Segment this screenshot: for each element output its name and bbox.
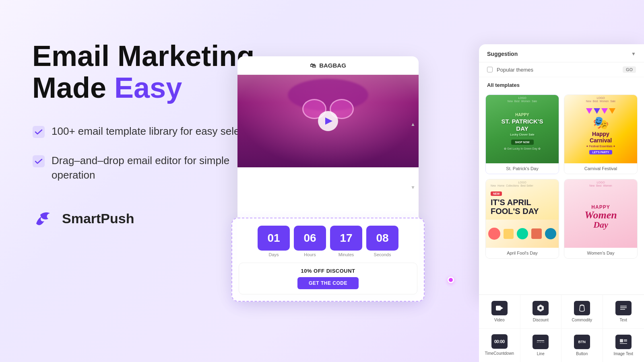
logo-area: SmartPush (32, 207, 266, 231)
timer-seconds: 08 Seconds (366, 226, 398, 257)
store-name: BAGBAG (319, 62, 346, 69)
feature-text-2: Drag–and–drop email editor for simple op… (52, 153, 266, 183)
button-label: Button (576, 352, 588, 356)
toolbar-item-text[interactable]: Text (603, 295, 644, 329)
minutes-label: Minutes (339, 252, 354, 257)
connector-dot (448, 277, 454, 283)
timer-blocks: 01 Days 06 Hours 17 Minutes 08 Seconds (239, 226, 417, 257)
scroll-up-indicator[interactable]: ▲ (411, 121, 415, 127)
headline-line1: Email Marketing (32, 40, 254, 72)
template-thumb-patrick: LOGO NewBestWomenSale HAPPY ST. PATRICK'… (486, 95, 559, 163)
discount-icon-box (533, 301, 549, 315)
headline-easy: Easy (114, 72, 182, 104)
discount-label: Discount (533, 318, 549, 322)
hours-value: 06 (294, 226, 326, 251)
minutes-value: 17 (330, 226, 362, 251)
editor-image (237, 75, 419, 167)
left-content: Email Marketing Made Easy 100+ email tem… (32, 40, 266, 231)
toolbar-item-imagetext[interactable]: Image Text (603, 329, 644, 362)
svg-rect-0 (33, 126, 45, 138)
template-thumb-carnival: LOGO NewBestWomenSale 🎭 Happy Carnival ✦… (564, 95, 637, 163)
logo-text: SmartPush (62, 211, 134, 226)
check-icon-1 (32, 125, 45, 138)
toolbar-item-commodity[interactable]: Commodity (561, 295, 603, 329)
go-badge: GO (623, 66, 636, 73)
feature-item-2: Drag–and–drop email editor for simple op… (32, 153, 266, 183)
headline-line2: Made Easy (32, 72, 182, 104)
days-value: 01 (258, 226, 290, 251)
seconds-value: 08 (366, 226, 398, 251)
svg-rect-2 (496, 306, 501, 311)
template-card-april[interactable]: LOGO NewHomeCollectionsBest Seller NEW I… (485, 179, 559, 259)
line-icon-box (533, 335, 549, 349)
template-name-patrick: St. Patrick's Day (486, 163, 559, 174)
timer-days: 01 Days (258, 226, 290, 257)
svg-rect-10 (620, 339, 623, 342)
headline-made: Made (32, 72, 114, 104)
template-name-april: April Fool's Day (486, 248, 559, 258)
timecountdown-icon-box: 00:00 (491, 334, 508, 349)
chevron-down-icon: ▼ (631, 51, 636, 57)
timer-minutes: 17 Minutes (330, 226, 362, 257)
play-button[interactable] (318, 111, 338, 131)
toolbar-item-button[interactable]: BTN Button (561, 329, 603, 362)
countdown-discount-area: 01 Days 06 Hours 17 Minutes 08 Seconds 1… (231, 218, 425, 302)
template-card-womens[interactable]: LOGO NewBestWomen HAPPY Women Day Women'… (564, 179, 638, 259)
svg-point-4 (539, 307, 542, 309)
popular-themes-row[interactable]: Popular themes GO (479, 62, 644, 77)
suggestion-panel: Suggestion ▼ Popular themes GO All templ… (479, 44, 644, 302)
feature-item-1: 100+ email template library for easy sel… (32, 124, 266, 138)
template-name-womens: Women's Day (564, 248, 637, 258)
get-code-button[interactable]: GET THE CODE (297, 277, 359, 289)
svg-marker-3 (501, 306, 503, 310)
features-list: 100+ email template library for easy sel… (32, 124, 266, 182)
commodity-label: Commodity (572, 318, 592, 322)
toolbar-item-discount[interactable]: Discount (520, 295, 562, 329)
template-thumb-april: LOGO NewHomeCollectionsBest Seller NEW I… (486, 179, 559, 220)
toolbar-panel: Video Discount Commodity Text 00:00 Time… (479, 294, 644, 362)
video-label: Video (494, 318, 504, 322)
toolbar-item-line[interactable]: Line (520, 329, 562, 362)
video-icon-box (491, 301, 508, 315)
commodity-icon-box (574, 301, 590, 315)
toolbar-item-video[interactable]: Video (479, 295, 520, 329)
text-label: Text (620, 318, 627, 322)
toolbar-item-timecountdown[interactable]: 00:00 TimeCountdown (479, 329, 520, 362)
imagetext-label: Image Text (613, 352, 633, 356)
discount-box: 10% OFF DISCOUNT GET THE CODE (239, 263, 417, 294)
text-icon-box (615, 301, 632, 315)
all-templates-header: All templates (479, 77, 644, 90)
check-icon-2 (32, 155, 45, 168)
suggestion-header[interactable]: Suggestion ▼ (479, 44, 644, 62)
timer-hours: 06 Hours (294, 226, 326, 257)
svg-rect-1 (33, 155, 45, 167)
template-name-carnival: Carnival Festival (564, 163, 637, 174)
editor-header: 🛍 BAGBAG (237, 56, 419, 75)
bag-icon: 🛍 (310, 62, 316, 69)
template-thumb-womens: LOGO NewBestWomen HAPPY Women Day (564, 179, 637, 248)
seconds-label: Seconds (374, 252, 391, 257)
smartpush-logo-icon (32, 207, 56, 231)
timecountdown-label: TimeCountdown (485, 351, 514, 356)
template-card-st-patricks[interactable]: LOGO NewBestWomenSale HAPPY ST. PATRICK'… (485, 95, 559, 174)
imagetext-icon-box (615, 335, 632, 349)
template-card-carnival[interactable]: LOGO NewBestWomenSale 🎭 Happy Carnival ✦… (564, 95, 638, 174)
feature-text-1: 100+ email template library for easy sel… (52, 124, 262, 138)
popular-checkbox[interactable] (487, 67, 493, 72)
suggestion-label: Suggestion (487, 51, 518, 57)
line-label: Line (537, 352, 545, 356)
popular-themes-label: Popular themes (497, 67, 533, 73)
scroll-down-indicator[interactable]: ▼ (411, 185, 415, 190)
email-editor: 🛍 BAGBAG ▼ ▲ 01 Days 06 Hours (237, 56, 419, 290)
button-icon-box: BTN (574, 335, 590, 349)
templates-grid: LOGO NewBestWomenSale HAPPY ST. PATRICK'… (479, 90, 644, 263)
days-label: Days (268, 252, 279, 257)
discount-text: 10% OFF DISCOUNT (246, 268, 411, 274)
hours-label: Hours (304, 252, 316, 257)
headline: Email Marketing Made Easy (32, 40, 266, 104)
